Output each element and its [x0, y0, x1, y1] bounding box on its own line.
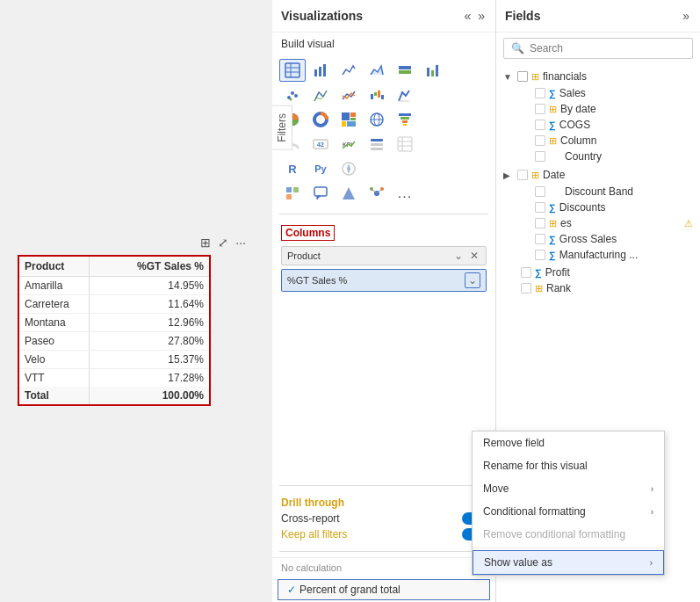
ctx-conditional[interactable]: Conditional formatting ›	[473, 500, 664, 523]
svg-rect-39	[371, 143, 383, 146]
search-input[interactable]	[530, 42, 685, 54]
custom-viz-icon[interactable]	[279, 182, 306, 205]
filters-tab[interactable]: Filters	[272, 105, 292, 150]
financials-checkbox[interactable]	[517, 71, 528, 82]
expand-icon[interactable]: ⤢	[218, 236, 228, 250]
collapse-left-btn[interactable]: «	[462, 7, 473, 25]
profit-item[interactable]: ∑ Profit	[496, 265, 700, 280]
kpi-icon[interactable]: KPI	[336, 133, 362, 156]
financials-label: financials	[543, 70, 587, 83]
row-sales: 12.96%	[90, 314, 209, 331]
py-icon[interactable]: Py	[307, 157, 334, 180]
more-icons-btn[interactable]: ...	[392, 182, 418, 205]
table-row: VTT 17.28%	[19, 369, 209, 387]
column-checkbox[interactable]	[535, 135, 545, 146]
visualizations-header: Visualizations « »	[272, 0, 495, 33]
card-icon[interactable]: 42	[307, 133, 334, 156]
es-item[interactable]: ⊞ es ⚠	[496, 215, 700, 231]
stacked-bar-icon[interactable]	[392, 59, 418, 82]
fields-expand-btn[interactable]: »	[681, 7, 691, 25]
discounts-item[interactable]: ∑ Discounts	[496, 199, 700, 215]
area-chart-icon[interactable]	[364, 59, 390, 82]
svg-rect-18	[378, 91, 380, 98]
financials-group-header[interactable]: ▼ ⊞ financials	[496, 68, 700, 85]
svg-text:42: 42	[317, 141, 324, 148]
es-checkbox[interactable]	[535, 218, 545, 228]
column-chart-icon[interactable]	[420, 59, 446, 82]
cross-report-row: Cross-report	[281, 512, 487, 525]
sales-field-chevron[interactable]: ⌄	[465, 272, 480, 288]
gross-sales-label: Gross Sales	[559, 233, 617, 245]
discount-band-checkbox[interactable]	[535, 186, 545, 197]
date-group-checkbox[interactable]	[517, 170, 528, 180]
viz-row-4: 42 KPI	[279, 133, 488, 156]
product-field-remove[interactable]: ✕	[468, 250, 480, 262]
viz-row-3	[279, 108, 488, 131]
discounts-sum-icon: ∑	[549, 202, 556, 213]
ctx-remove-field[interactable]: Remove field	[473, 432, 664, 454]
column-item[interactable]: ⊞ Column	[496, 133, 700, 149]
ctx-show-value-label: Show value as	[484, 556, 552, 569]
sales-item[interactable]: ∑ Sales	[496, 85, 700, 101]
ctx-rename[interactable]: Rename for this visual	[473, 454, 664, 477]
sales-sum-icon: ∑	[549, 88, 556, 98]
profit-checkbox[interactable]	[521, 267, 531, 278]
ctx-move[interactable]: Move ›	[473, 477, 664, 500]
expand-right-btn[interactable]: »	[476, 7, 487, 25]
sales-checkbox[interactable]	[535, 88, 545, 98]
country-checkbox[interactable]	[535, 151, 545, 162]
cross-report-label: Cross-report	[281, 512, 340, 525]
by-date-item[interactable]: ⊞ By date	[496, 101, 700, 117]
compass-icon[interactable]	[336, 157, 362, 180]
sales-field-pill[interactable]: %GT Sales % ⌄	[281, 269, 487, 292]
cogs-checkbox[interactable]	[535, 120, 545, 130]
multiline-icon[interactable]	[336, 83, 362, 106]
filter-icon[interactable]: ⊞	[200, 236, 211, 250]
more-icon[interactable]: ···	[235, 236, 246, 250]
ctx-show-value[interactable]: Show value as ›	[473, 550, 664, 575]
map-icon[interactable]	[364, 108, 390, 131]
product-field-pill[interactable]: Product ⌄ ✕	[281, 246, 487, 265]
r-icon[interactable]: R	[279, 157, 306, 180]
gross-sales-item[interactable]: ∑ Gross Sales	[496, 231, 700, 247]
by-date-checkbox[interactable]	[535, 104, 545, 114]
discount-band-item[interactable]: Discount Band	[496, 184, 700, 199]
svg-rect-8	[399, 70, 411, 74]
svg-rect-33	[402, 120, 408, 123]
product-field-chevron[interactable]: ⌄	[452, 250, 465, 262]
svg-rect-49	[286, 194, 292, 199]
slicer-icon[interactable]	[364, 133, 390, 156]
cogs-item[interactable]: ∑ COGS	[496, 117, 700, 133]
rank-checkbox[interactable]	[521, 283, 531, 294]
mountain-icon[interactable]	[307, 83, 334, 106]
svg-point-15	[290, 98, 292, 101]
funnel-icon[interactable]	[392, 108, 418, 131]
network-icon[interactable]	[364, 182, 390, 205]
row-sales: 27.80%	[90, 332, 209, 350]
fields-header: Fields »	[496, 0, 700, 33]
table-matrix-icon[interactable]	[392, 133, 418, 156]
chat-icon[interactable]	[307, 182, 334, 205]
svg-rect-26	[342, 121, 346, 127]
shape-icon[interactable]	[336, 182, 362, 205]
bar-chart-icon[interactable]	[307, 59, 334, 82]
discounts-checkbox[interactable]	[535, 202, 545, 213]
gross-sales-checkbox[interactable]	[535, 234, 545, 244]
table-viz-icon[interactable]	[279, 59, 306, 82]
ribbon-icon[interactable]	[392, 83, 418, 106]
donut-icon[interactable]	[307, 108, 334, 131]
keep-filters-row: Keep all filters	[281, 528, 487, 540]
waterfall-icon[interactable]	[364, 83, 390, 106]
treemap-icon[interactable]	[336, 108, 362, 131]
ctx-rename-label: Rename for this visual	[483, 460, 588, 472]
no-calc-section: No calculation	[272, 557, 495, 577]
scatter-icon[interactable]	[279, 83, 306, 106]
line-chart-icon[interactable]	[336, 59, 362, 82]
manufacturing-checkbox[interactable]	[535, 250, 545, 260]
rank-item[interactable]: ⊞ Rank	[496, 280, 700, 296]
svg-rect-50	[314, 187, 327, 196]
rank-label: Rank	[546, 282, 571, 294]
manufacturing-item[interactable]: ∑ Manufacturing ...	[496, 247, 700, 263]
country-item[interactable]: Country	[496, 149, 700, 164]
date-group-header[interactable]: ▶ ⊞ Date	[496, 166, 700, 184]
